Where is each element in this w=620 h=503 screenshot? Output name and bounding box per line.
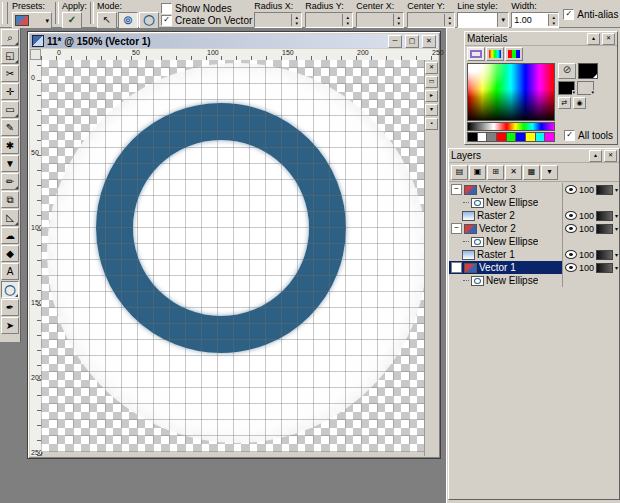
minimize-button[interactable]: ─	[388, 35, 402, 48]
airbrush-tool[interactable]: ☁	[1, 227, 19, 244]
opacity-slider[interactable]	[596, 211, 613, 221]
all-tools-checkbox[interactable]: ✓ All tools	[564, 130, 613, 141]
color-swatch[interactable]	[545, 132, 555, 142]
new-raster-layer-button[interactable]: ▤	[451, 165, 468, 180]
magic-wand-tool[interactable]: ✱	[1, 137, 19, 154]
width-spinner[interactable]: ▴▾	[548, 14, 558, 26]
canvas-title-bar[interactable]: 11* @ 150% (Vector 1) ─ ▢ ✕	[30, 34, 438, 48]
materials-header[interactable]: Materials ▴ ✕	[465, 32, 617, 46]
foreground-color-swatch[interactable]	[578, 63, 598, 79]
field-spinner[interactable]: ▴▾	[444, 14, 454, 26]
layer-row-new-ellipse[interactable]: New Ellipse	[449, 235, 619, 248]
tab-rainbow[interactable]	[486, 47, 504, 61]
opacity-spinner-icon[interactable]: ▾	[615, 264, 618, 271]
new-layer-group-button[interactable]: ⊞	[487, 165, 504, 180]
presets-dropdown[interactable]: ▾	[12, 12, 52, 29]
layer-row-new-ellipse[interactable]: New Ellipse	[449, 274, 619, 287]
pen-tool[interactable]: ✒	[1, 299, 19, 316]
paintbrush-tool[interactable]: ✏	[1, 173, 19, 190]
new-vector-layer-button[interactable]: ▣	[469, 165, 486, 180]
eraser-tool[interactable]: ◺	[1, 209, 19, 226]
color-swatch[interactable]	[487, 132, 497, 142]
edge-close-button[interactable]: ✕	[425, 62, 438, 74]
layer-name-cell[interactable]: New Ellipse	[449, 235, 562, 248]
field-spinner[interactable]: ▴▾	[291, 14, 301, 26]
color-swatch[interactable]	[507, 132, 517, 142]
flood-fill-tool[interactable]: ◆	[1, 245, 19, 262]
layer-name-cell[interactable]: New Ellipse	[449, 274, 562, 287]
line-style-dropdown[interactable]: ▾	[457, 12, 509, 28]
field-input-0[interactable]: ▴▾	[254, 12, 302, 28]
edge-restore-button[interactable]: ▭	[425, 76, 438, 88]
color-swatch[interactable]	[516, 132, 526, 142]
clone-brush-tool[interactable]: ⧉	[1, 191, 19, 208]
field-input-2[interactable]: ▴▾	[356, 12, 404, 28]
target-icon[interactable]: ◉	[573, 97, 586, 109]
opacity-slider[interactable]	[596, 185, 613, 195]
visibility-eye-icon[interactable]	[565, 263, 577, 272]
rollup-icon[interactable]: ▴	[587, 33, 600, 45]
layer-row-new-ellipse[interactable]: New Ellipse	[449, 196, 619, 209]
edge-expand-button[interactable]: ▸	[425, 90, 438, 102]
color-swatch[interactable]	[497, 132, 507, 142]
visibility-eye-icon[interactable]	[565, 185, 577, 194]
freehand-selection-tool[interactable]: ✎	[1, 119, 19, 136]
hue-strip[interactable]	[467, 122, 555, 131]
layer-name-cell[interactable]: −Vector 1	[449, 261, 562, 274]
color-swatch[interactable]	[526, 132, 536, 142]
layer-row-vector-2[interactable]: −Vector 2100▾	[449, 222, 619, 235]
layer-row-vector-3[interactable]: −Vector 3100▾	[449, 183, 619, 196]
create-on-vector-checkbox[interactable]: ✓ Create On Vector	[161, 15, 252, 26]
edit-selection-button[interactable]: ▦	[523, 165, 540, 180]
maximize-button[interactable]: ▢	[405, 35, 419, 48]
delete-layer-button[interactable]: ✕	[505, 165, 522, 180]
layer-row-raster-2[interactable]: Raster 2100▾	[449, 209, 619, 222]
opacity-slider[interactable]	[596, 263, 613, 273]
toolbar-grip[interactable]	[2, 2, 8, 24]
tab-frame[interactable]	[467, 47, 485, 61]
preset-shapes-tool[interactable]: ◯	[1, 281, 19, 298]
expand-collapse-icon[interactable]: −	[451, 223, 462, 234]
color-swatch[interactable]	[478, 132, 488, 142]
width-input[interactable]: 1.00 ▴▾	[511, 12, 559, 28]
tab-swatches[interactable]	[505, 47, 523, 61]
opacity-spinner-icon[interactable]: ▾	[615, 186, 618, 193]
color-swatch[interactable]	[536, 132, 546, 142]
zoom-tool[interactable]: ⌕	[1, 29, 19, 46]
visibility-eye-icon[interactable]	[565, 211, 577, 220]
edge-collapse-button[interactable]: ▾	[425, 104, 438, 116]
close-button[interactable]: ✕	[422, 35, 436, 48]
deform-tool[interactable]: ◱	[1, 47, 19, 64]
canvas-viewport[interactable]	[41, 60, 426, 452]
visibility-eye-icon[interactable]	[565, 250, 577, 259]
field-spinner[interactable]: ▴▾	[393, 14, 403, 26]
opacity-spinner-icon[interactable]: ▾	[615, 212, 618, 219]
foreground-style-box[interactable]: ▾	[558, 81, 575, 95]
layer-name-cell[interactable]: Raster 1	[449, 248, 562, 261]
show-nodes-checkbox[interactable]: Show Nodes	[161, 3, 252, 14]
edge-misc-button[interactable]: ▪	[425, 118, 438, 130]
transparent-icon[interactable]: ⊘	[558, 63, 576, 79]
selection-tool[interactable]: ▭	[1, 101, 19, 118]
layer-name-cell[interactable]: New Ellipse	[449, 196, 562, 209]
text-tool[interactable]: A	[1, 263, 19, 280]
field-input-3[interactable]: ▴▾	[407, 12, 455, 28]
opacity-spinner-icon[interactable]: ▾	[615, 225, 618, 232]
mode-edit-button[interactable]: ↖	[97, 12, 117, 29]
layer-options-button[interactable]: ▾	[541, 165, 558, 180]
layer-name-cell[interactable]: −Vector 3	[449, 183, 562, 196]
swap-colors-icon[interactable]: ⇄	[558, 97, 571, 109]
opacity-slider[interactable]	[596, 224, 613, 234]
close-icon[interactable]: ✕	[604, 150, 617, 162]
opacity-spinner-icon[interactable]: ▾	[615, 251, 618, 258]
object-selector-tool[interactable]: ➤	[1, 317, 19, 334]
close-icon[interactable]: ✕	[602, 33, 615, 45]
apply-button[interactable]: ✓	[62, 12, 82, 29]
layer-name-cell[interactable]: −Vector 2	[449, 222, 562, 235]
dropper-tool[interactable]: ▼	[1, 155, 19, 172]
field-spinner[interactable]: ▴▾	[342, 14, 352, 26]
mode-draw-circle-button[interactable]: ◎	[118, 12, 138, 29]
expand-collapse-icon[interactable]: −	[451, 184, 462, 195]
layers-header[interactable]: Layers ▴ ✕	[449, 149, 619, 163]
crop-tool[interactable]: ✂	[1, 65, 19, 82]
